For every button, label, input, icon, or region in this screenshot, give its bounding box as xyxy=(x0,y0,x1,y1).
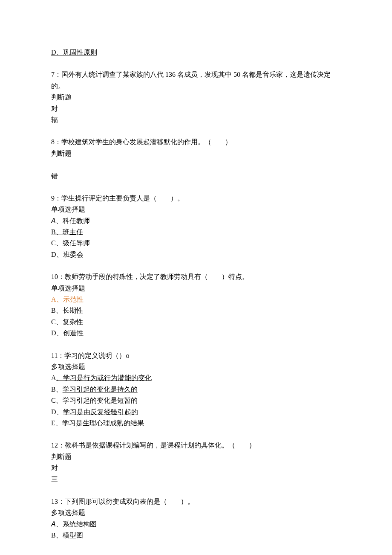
question-type: 单项选择题 xyxy=(51,204,341,215)
option-b: B、模型图 xyxy=(51,530,341,541)
option-b-prefix: B、 xyxy=(51,386,63,393)
option-a-text: 、科任教师 xyxy=(56,217,90,224)
option-a-text: 、学习是行为或行为潜能的变化 xyxy=(56,374,152,381)
option-a-prefix: A xyxy=(51,374,56,381)
option-a-text: 、系统结构图 xyxy=(56,520,97,528)
letter-a: A xyxy=(51,520,56,528)
option-b: B、长期性 xyxy=(51,305,341,316)
option-a: A、学习是行为或行为潜能的变化 xyxy=(51,372,341,384)
question-6-fragment: D、巩固性原则 xyxy=(51,47,341,58)
question-stem: 12：教科书是依据课程计划编写的，是课程计划的具体化。（ ） xyxy=(51,440,341,451)
question-7: 7：国外有人统计调查了某家族的八代 136 名成员，发现其中 50 名都是音乐家… xyxy=(51,69,341,125)
option-e: E、学习是生理心理成熟的结果 xyxy=(51,418,341,429)
question-10: 10：教师劳动手段的特殊性，决定了教师劳动具有（ ）特点。 单项选择题 A、示范… xyxy=(51,271,341,339)
question-type: 判断题 xyxy=(51,92,341,103)
option-d: D、创造性 xyxy=(51,328,341,339)
option-d-text: 学习是由反复经验引起的 xyxy=(63,408,138,416)
letter-a: A xyxy=(51,217,56,224)
option-c: C、学习引起的变化是短暂的 xyxy=(51,395,341,406)
option-d: D、巩固性原则 xyxy=(51,47,341,58)
question-stem: 9：学生操行评定的主要负责人是（ ）。 xyxy=(51,193,341,204)
option-true: 对 xyxy=(51,462,341,474)
option-a: A、科任教师 xyxy=(51,215,341,227)
option-a: A、系统结构图 xyxy=(51,519,341,530)
option-false: 三 xyxy=(51,474,341,485)
question-stem: 11：学习的定义说明（）o xyxy=(51,350,341,361)
question-type: 判断题 xyxy=(51,451,341,462)
question-12: 12：教科书是依据课程计划编写的，是课程计划的具体化。（ ） 判断题 对 三 xyxy=(51,440,341,485)
option-true: 对 xyxy=(51,103,341,114)
question-8: 8：学校建筑对学生的身心发展起潜移默化的作用。（ ） 判断题 错 xyxy=(51,137,341,182)
option-c: C、级任导师 xyxy=(51,238,341,249)
option-false: 辐 xyxy=(51,114,341,125)
option-blank xyxy=(51,159,341,170)
question-9: 9：学生操行评定的主要负责人是（ ）。 单项选择题 A、科任教师 B、班主任 C… xyxy=(51,193,341,260)
question-11: 11：学习的定义说明（）o 多项选择题 A、学习是行为或行为潜能的变化 B、学习… xyxy=(51,350,341,429)
option-false: 错 xyxy=(51,171,341,182)
option-c: C、复杂性 xyxy=(51,317,341,328)
question-stem: 7：国外有人统计调查了某家族的八代 136 名成员，发现其中 50 名都是音乐家… xyxy=(51,69,341,92)
question-13: 13：下列图形可以衍变成双向表的是（ ）。 多项选择题 A、系统结构图 B、模型… xyxy=(51,496,341,541)
option-d-prefix: D、 xyxy=(51,408,63,416)
option-d: D、班委会 xyxy=(51,249,341,260)
question-type: 多项选择题 xyxy=(51,507,341,518)
question-type: 判断题 xyxy=(51,148,341,159)
option-d: D、学习是由反复经验引起的 xyxy=(51,407,341,418)
question-type: 单项选择题 xyxy=(51,283,341,294)
question-stem: 8：学校建筑对学生的身心发展起潜移默化的作用。（ ） xyxy=(51,137,341,148)
option-b-text: 学习引起的变化是持久的 xyxy=(63,386,138,393)
option-b: B、班主任 xyxy=(51,227,341,238)
question-stem: 10：教师劳动手段的特殊性，决定了教师劳动具有（ ）特点。 xyxy=(51,271,341,282)
option-a: A、示范性 xyxy=(51,294,341,305)
question-stem: 13：下列图形可以衍变成双向表的是（ ）。 xyxy=(51,496,341,507)
question-type: 多项选择题 xyxy=(51,361,341,372)
option-b: B、学习引起的变化是持久的 xyxy=(51,384,341,395)
